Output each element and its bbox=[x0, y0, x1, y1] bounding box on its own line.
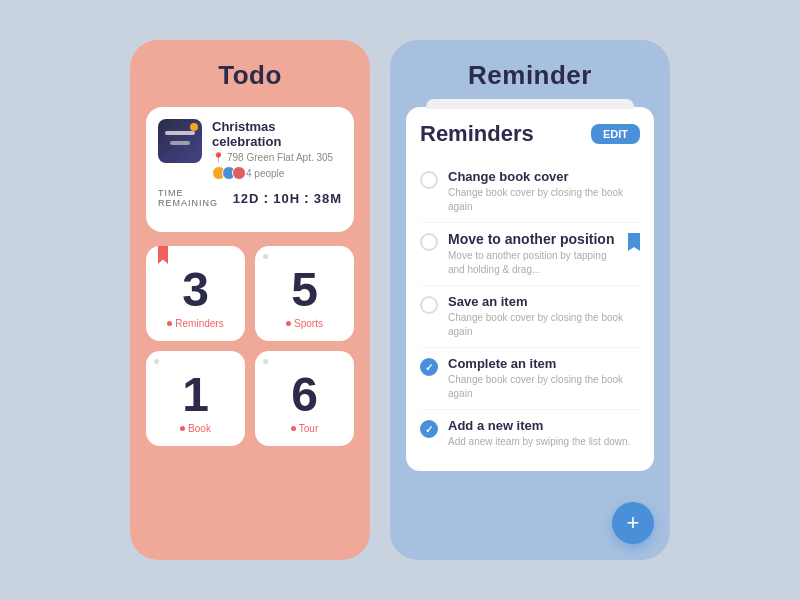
todo-panel: Todo Christmas celebration 📍 798 Green F… bbox=[130, 40, 370, 560]
reminder-header: Reminders EDIT bbox=[420, 121, 640, 147]
reminder-item-title-3: Save an item bbox=[448, 294, 640, 309]
reminder-title: Reminder bbox=[406, 60, 654, 91]
add-fab-button[interactable]: + bbox=[612, 502, 654, 544]
reminder-item-desc-2: Move to another position by tapping and … bbox=[448, 249, 618, 277]
reminder-content-4: Complete an item Change book cover by cl… bbox=[448, 356, 640, 401]
grid-card-sports[interactable]: 5 Sports bbox=[255, 246, 354, 341]
time-remaining-label: TIME REMAINING 12D : 10H : 38M bbox=[158, 188, 342, 208]
grid-cards: 3 Reminders 5 Sports 1 Book bbox=[146, 246, 354, 446]
tour-label: Tour bbox=[291, 423, 318, 434]
book-label: Book bbox=[180, 423, 211, 434]
reminder-item-2[interactable]: Move to another position Move to another… bbox=[420, 223, 640, 286]
grid-card-reminders[interactable]: 3 Reminders bbox=[146, 246, 245, 341]
reminder-item-1[interactable]: Change book cover Change book cover by c… bbox=[420, 161, 640, 223]
edit-button[interactable]: EDIT bbox=[591, 124, 640, 144]
check-circle-1[interactable] bbox=[420, 171, 438, 189]
reminder-item-desc-1: Change book cover by closing the book ag… bbox=[448, 186, 640, 214]
reminder-item-5[interactable]: Add a new item Add anew iteam by swiping… bbox=[420, 410, 640, 457]
reminders-heading: Reminders bbox=[420, 121, 534, 147]
reminder-content-5: Add a new item Add anew iteam by swiping… bbox=[448, 418, 640, 449]
card-dot bbox=[263, 359, 268, 364]
event-name: Christmas celebration bbox=[212, 119, 342, 149]
tour-count: 6 bbox=[291, 371, 318, 419]
check-circle-5[interactable] bbox=[420, 420, 438, 438]
event-location: 📍 798 Green Flat Apt. 305 bbox=[212, 152, 342, 163]
check-circle-2[interactable] bbox=[420, 233, 438, 251]
reminder-item-4[interactable]: Complete an item Change book cover by cl… bbox=[420, 348, 640, 410]
reminder-item-desc-3: Change book cover by closing the book ag… bbox=[448, 311, 640, 339]
avatar bbox=[232, 166, 246, 180]
reminder-item-3[interactable]: Save an item Change book cover by closin… bbox=[420, 286, 640, 348]
reminder-paper: Reminders EDIT Change book cover Change … bbox=[406, 107, 654, 471]
reminder-item-title-2: Move to another position bbox=[448, 231, 618, 247]
avatars bbox=[212, 166, 242, 180]
reminder-item-title-4: Complete an item bbox=[448, 356, 640, 371]
reminder-item-desc-4: Change book cover by closing the book ag… bbox=[448, 373, 640, 401]
label-dot bbox=[167, 321, 172, 326]
item-bookmark-icon bbox=[628, 233, 640, 251]
reminder-item-title-5: Add a new item bbox=[448, 418, 640, 433]
reminder-content-2: Move to another position Move to another… bbox=[448, 231, 618, 277]
reminder-panel: Reminder Reminders EDIT Change book cove… bbox=[390, 40, 670, 560]
reminders-label: Reminders bbox=[167, 318, 223, 329]
grid-card-book[interactable]: 1 Book bbox=[146, 351, 245, 446]
reminder-content-3: Save an item Change book cover by closin… bbox=[448, 294, 640, 339]
event-people: 4 people bbox=[212, 166, 342, 180]
sports-label: Sports bbox=[286, 318, 323, 329]
label-dot bbox=[180, 426, 185, 431]
event-icon bbox=[158, 119, 202, 163]
check-circle-4[interactable] bbox=[420, 358, 438, 376]
check-circle-3[interactable] bbox=[420, 296, 438, 314]
reminder-content-1: Change book cover Change book cover by c… bbox=[448, 169, 640, 214]
event-details: Christmas celebration 📍 798 Green Flat A… bbox=[212, 119, 342, 180]
event-card[interactable]: Christmas celebration 📍 798 Green Flat A… bbox=[146, 107, 354, 232]
card-dot bbox=[154, 359, 159, 364]
reminder-item-desc-5: Add anew iteam by swiping the list down. bbox=[448, 435, 640, 449]
plus-icon: + bbox=[627, 512, 640, 534]
book-count: 1 bbox=[182, 371, 209, 419]
card-dot bbox=[263, 254, 268, 259]
sports-count: 5 bbox=[291, 266, 318, 314]
todo-title: Todo bbox=[146, 60, 354, 91]
label-dot bbox=[291, 426, 296, 431]
pin-icon: 📍 bbox=[212, 152, 224, 163]
reminders-count: 3 bbox=[182, 266, 209, 314]
label-dot bbox=[286, 321, 291, 326]
grid-card-tour[interactable]: 6 Tour bbox=[255, 351, 354, 446]
reminder-item-title-1: Change book cover bbox=[448, 169, 640, 184]
bookmark-icon bbox=[158, 246, 168, 264]
